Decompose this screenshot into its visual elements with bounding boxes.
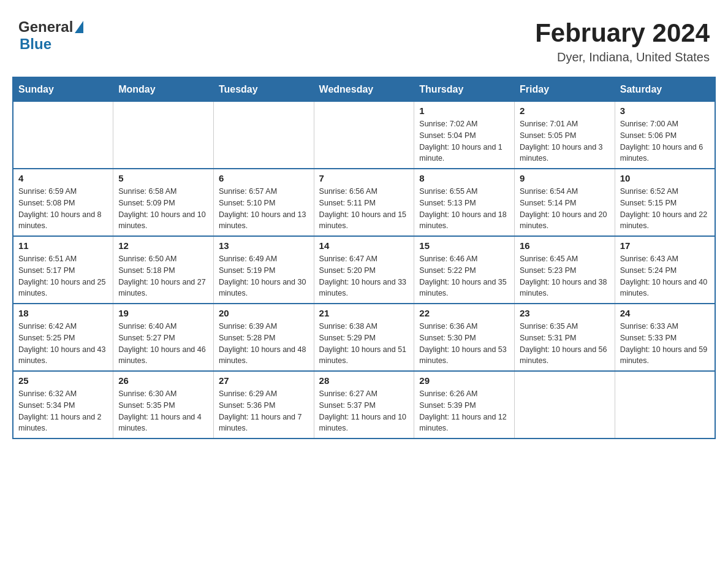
day-info: Sunrise: 6:36 AMSunset: 5:30 PMDaylight:… (419, 321, 509, 367)
calendar-week-row: 18Sunrise: 6:42 AMSunset: 5:25 PMDayligh… (13, 304, 715, 371)
logo-triangle-icon (75, 21, 83, 33)
day-info: Sunrise: 6:57 AMSunset: 5:10 PMDaylight:… (219, 186, 309, 232)
day-number: 11 (18, 240, 108, 251)
logo-blue-text: Blue (20, 36, 51, 53)
calendar-cell: 26Sunrise: 6:30 AMSunset: 5:35 PMDayligh… (113, 371, 214, 439)
day-number: 1 (419, 105, 509, 116)
calendar-cell: 10Sunrise: 6:52 AMSunset: 5:15 PMDayligh… (615, 169, 715, 236)
day-info: Sunrise: 6:56 AMSunset: 5:11 PMDaylight:… (319, 186, 409, 232)
day-info: Sunrise: 6:55 AMSunset: 5:13 PMDaylight:… (419, 186, 509, 232)
calendar-cell: 14Sunrise: 6:47 AMSunset: 5:20 PMDayligh… (314, 236, 414, 304)
day-number: 20 (219, 308, 309, 318)
calendar-cell: 6Sunrise: 6:57 AMSunset: 5:10 PMDaylight… (213, 169, 314, 236)
logo-general-text: General (18, 18, 73, 36)
day-info: Sunrise: 6:33 AMSunset: 5:33 PMDaylight:… (620, 321, 710, 367)
day-number: 9 (520, 173, 610, 183)
calendar-day-header: Friday (515, 77, 615, 102)
day-number: 26 (118, 375, 208, 386)
day-number: 13 (219, 240, 309, 251)
day-number: 17 (620, 240, 710, 251)
day-number: 6 (219, 173, 309, 183)
calendar-day-header: Sunday (13, 77, 113, 102)
calendar-cell: 22Sunrise: 6:36 AMSunset: 5:30 PMDayligh… (414, 304, 515, 371)
day-number: 28 (319, 375, 409, 386)
day-info: Sunrise: 6:54 AMSunset: 5:14 PMDaylight:… (520, 186, 610, 232)
calendar-cell: 24Sunrise: 6:33 AMSunset: 5:33 PMDayligh… (615, 304, 715, 371)
calendar-cell: 3Sunrise: 7:00 AMSunset: 5:06 PMDaylight… (615, 102, 715, 169)
day-number: 25 (18, 375, 108, 386)
day-info: Sunrise: 7:00 AMSunset: 5:06 PMDaylight:… (620, 118, 710, 164)
calendar-cell: 8Sunrise: 6:55 AMSunset: 5:13 PMDaylight… (414, 169, 515, 236)
day-number: 12 (118, 240, 208, 251)
day-number: 16 (520, 240, 610, 251)
day-info: Sunrise: 6:32 AMSunset: 5:34 PMDaylight:… (18, 388, 108, 434)
calendar-cell: 27Sunrise: 6:29 AMSunset: 5:36 PMDayligh… (213, 371, 314, 439)
day-info: Sunrise: 6:59 AMSunset: 5:08 PMDaylight:… (18, 186, 108, 232)
title-block: February 2024 Dyer, Indiana, United Stat… (535, 18, 710, 64)
calendar-cell: 7Sunrise: 6:56 AMSunset: 5:11 PMDaylight… (314, 169, 414, 236)
day-info: Sunrise: 6:39 AMSunset: 5:28 PMDaylight:… (219, 321, 309, 367)
calendar-cell (615, 371, 715, 439)
calendar-cell: 16Sunrise: 6:45 AMSunset: 5:23 PMDayligh… (515, 236, 615, 304)
day-number: 8 (419, 173, 509, 183)
calendar-day-header: Thursday (414, 77, 515, 102)
day-number: 24 (620, 308, 710, 318)
location-text: Dyer, Indiana, United States (535, 50, 710, 64)
day-number: 7 (319, 173, 409, 183)
calendar-week-row: 11Sunrise: 6:51 AMSunset: 5:17 PMDayligh… (13, 236, 715, 304)
day-number: 19 (118, 308, 208, 318)
calendar-cell: 25Sunrise: 6:32 AMSunset: 5:34 PMDayligh… (13, 371, 113, 439)
calendar-cell: 9Sunrise: 6:54 AMSunset: 5:14 PMDaylight… (515, 169, 615, 236)
calendar-header-row: SundayMondayTuesdayWednesdayThursdayFrid… (13, 77, 715, 102)
day-info: Sunrise: 6:30 AMSunset: 5:35 PMDaylight:… (118, 388, 208, 434)
day-info: Sunrise: 6:42 AMSunset: 5:25 PMDaylight:… (18, 321, 108, 367)
calendar-cell: 23Sunrise: 6:35 AMSunset: 5:31 PMDayligh… (515, 304, 615, 371)
calendar-cell: 28Sunrise: 6:27 AMSunset: 5:37 PMDayligh… (314, 371, 414, 439)
day-info: Sunrise: 6:38 AMSunset: 5:29 PMDaylight:… (319, 321, 409, 367)
calendar-cell: 5Sunrise: 6:58 AMSunset: 5:09 PMDaylight… (113, 169, 214, 236)
day-info: Sunrise: 6:26 AMSunset: 5:39 PMDaylight:… (419, 388, 509, 434)
day-number: 23 (520, 308, 610, 318)
calendar-cell: 13Sunrise: 6:49 AMSunset: 5:19 PMDayligh… (213, 236, 314, 304)
day-number: 14 (319, 240, 409, 251)
day-info: Sunrise: 6:29 AMSunset: 5:36 PMDaylight:… (219, 388, 309, 434)
calendar-cell: 12Sunrise: 6:50 AMSunset: 5:18 PMDayligh… (113, 236, 214, 304)
day-info: Sunrise: 6:43 AMSunset: 5:24 PMDaylight:… (620, 253, 710, 299)
calendar-day-header: Tuesday (213, 77, 314, 102)
day-info: Sunrise: 6:46 AMSunset: 5:22 PMDaylight:… (419, 253, 509, 299)
calendar-cell: 2Sunrise: 7:01 AMSunset: 5:05 PMDaylight… (515, 102, 615, 169)
day-info: Sunrise: 6:45 AMSunset: 5:23 PMDaylight:… (520, 253, 610, 299)
day-number: 2 (520, 105, 610, 116)
day-number: 18 (18, 308, 108, 318)
calendar-cell: 21Sunrise: 6:38 AMSunset: 5:29 PMDayligh… (314, 304, 414, 371)
day-number: 3 (620, 105, 710, 116)
day-info: Sunrise: 6:35 AMSunset: 5:31 PMDaylight:… (520, 321, 610, 367)
day-info: Sunrise: 7:02 AMSunset: 5:04 PMDaylight:… (419, 118, 509, 164)
day-number: 15 (419, 240, 509, 251)
day-info: Sunrise: 6:47 AMSunset: 5:20 PMDaylight:… (319, 253, 409, 299)
calendar-table: SundayMondayTuesdayWednesdayThursdayFrid… (12, 77, 716, 439)
calendar-cell (314, 102, 414, 169)
calendar-cell (113, 102, 214, 169)
calendar-cell (213, 102, 314, 169)
day-info: Sunrise: 7:01 AMSunset: 5:05 PMDaylight:… (520, 118, 610, 164)
calendar-cell: 4Sunrise: 6:59 AMSunset: 5:08 PMDaylight… (13, 169, 113, 236)
calendar-day-header: Saturday (615, 77, 715, 102)
calendar-cell: 18Sunrise: 6:42 AMSunset: 5:25 PMDayligh… (13, 304, 113, 371)
calendar-cell: 17Sunrise: 6:43 AMSunset: 5:24 PMDayligh… (615, 236, 715, 304)
calendar-cell: 20Sunrise: 6:39 AMSunset: 5:28 PMDayligh… (213, 304, 314, 371)
calendar-cell: 1Sunrise: 7:02 AMSunset: 5:04 PMDaylight… (414, 102, 515, 169)
logo: General Blue (18, 18, 83, 53)
calendar-day-header: Monday (113, 77, 214, 102)
day-number: 5 (118, 173, 208, 183)
calendar-cell: 15Sunrise: 6:46 AMSunset: 5:22 PMDayligh… (414, 236, 515, 304)
day-info: Sunrise: 6:49 AMSunset: 5:19 PMDaylight:… (219, 253, 309, 299)
calendar-cell: 29Sunrise: 6:26 AMSunset: 5:39 PMDayligh… (414, 371, 515, 439)
calendar-week-row: 4Sunrise: 6:59 AMSunset: 5:08 PMDaylight… (13, 169, 715, 236)
calendar-cell: 19Sunrise: 6:40 AMSunset: 5:27 PMDayligh… (113, 304, 214, 371)
calendar-cell: 11Sunrise: 6:51 AMSunset: 5:17 PMDayligh… (13, 236, 113, 304)
day-number: 4 (18, 173, 108, 183)
day-number: 27 (219, 375, 309, 386)
day-info: Sunrise: 6:50 AMSunset: 5:18 PMDaylight:… (118, 253, 208, 299)
calendar-week-row: 1Sunrise: 7:02 AMSunset: 5:04 PMDaylight… (13, 102, 715, 169)
